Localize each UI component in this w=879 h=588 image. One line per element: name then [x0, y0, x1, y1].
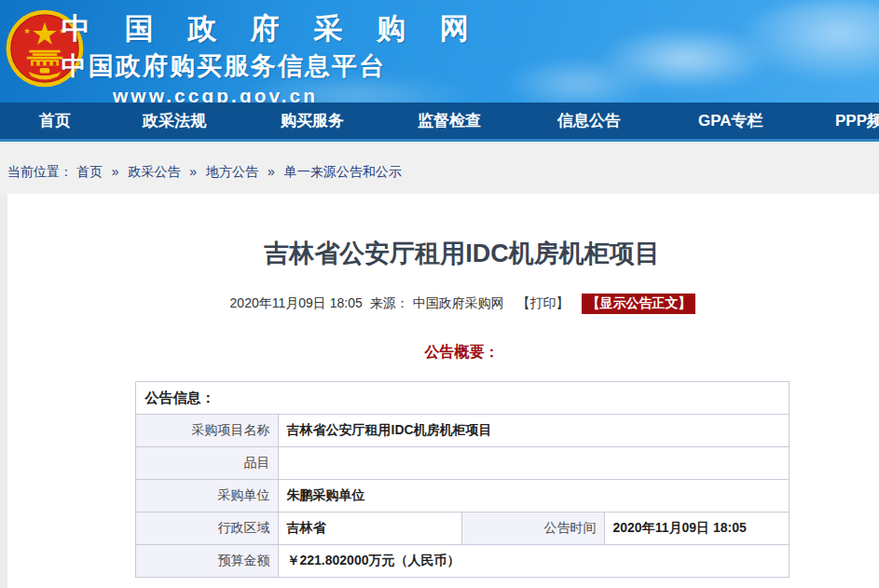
breadcrumb-separator: » — [189, 164, 197, 179]
nav-item-purchase-services[interactable]: 购买服务 — [281, 103, 344, 139]
row-label: 公告时间 — [461, 513, 604, 545]
breadcrumb-strip: 当前位置： 首页 » 政采公告 » 地方公告 » 单一来源公告和公示 — [0, 142, 879, 194]
table-row: 预算金额 ￥221.802000万元（人民币） — [135, 545, 789, 578]
publish-datetime: 2020年11月09日 18:05 — [230, 295, 363, 310]
site-url: www.ccgp.gov.cn — [62, 85, 369, 103]
print-button[interactable]: 【打印】 — [517, 295, 570, 310]
table-row: 行政区域 吉林省 公告时间 2020年11月09日 18:05 — [135, 513, 789, 545]
row-label: 品目 — [135, 447, 278, 480]
breadcrumb-separator: » — [112, 164, 119, 179]
site-subtitle: 中国政府购买服务信息平台 — [62, 49, 482, 83]
summary-heading: 公告概要： — [7, 343, 879, 362]
row-label: 预算金额 — [135, 545, 278, 578]
section-header-cell: 公告信息： — [135, 382, 789, 415]
row-label: 行政区域 — [135, 513, 278, 545]
nav-item-regulations[interactable]: 政采法规 — [143, 103, 206, 139]
row-value: 吉林省公安厅租用IDC机房机柜项目 — [278, 415, 789, 447]
row-value: 朱鹏采购单位 — [278, 480, 789, 513]
breadcrumb-link-home[interactable]: 首页 — [76, 164, 103, 179]
source-name: 中国政府采购网 — [413, 295, 504, 310]
site-title: 中 国 政 府 采 购 网 — [62, 9, 482, 48]
breadcrumb-link-single-source[interactable]: 单一来源公告和公示 — [284, 164, 402, 179]
row-value — [278, 447, 789, 480]
article-meta: 2020年11月09日 18:05 来源：中国政府采购网 【打印】 【显示公告正… — [7, 294, 879, 314]
nav-item-announcements[interactable]: 信息公告 — [557, 103, 621, 139]
row-value: ￥221.802000万元（人民币） — [278, 545, 789, 578]
breadcrumb-separator: » — [268, 164, 275, 179]
site-logo: 中 国 政 府 采 购 网 中国政府购买服务信息平台 www.ccgp.gov.… — [62, 9, 482, 103]
table-row: 采购单位 朱鹏采购单位 — [135, 480, 789, 513]
breadcrumb-link-procurement-notices[interactable]: 政采公告 — [128, 164, 180, 179]
nav-item-supervision[interactable]: 监督检查 — [418, 103, 481, 139]
content-panel: 吉林省公安厅租用IDC机房机柜项目 2020年11月09日 18:05 来源：中… — [7, 194, 879, 588]
site-header: 中 国 政 府 采 购 网 中国政府购买服务信息平台 www.ccgp.gov.… — [0, 0, 879, 103]
nav-item-gpa[interactable]: GPA专栏 — [698, 103, 763, 139]
page-title: 吉林省公安厅租用IDC机房机柜项目 — [7, 237, 879, 270]
announcement-info-table: 公告信息： 采购项目名称 吉林省公安厅租用IDC机房机柜项目 品目 采购单位 朱… — [135, 381, 790, 578]
table-row: 采购项目名称 吉林省公安厅租用IDC机房机柜项目 — [135, 415, 789, 447]
row-label: 采购单位 — [135, 480, 278, 513]
table-row: 品目 — [135, 447, 789, 480]
source-label: 来源： — [370, 295, 409, 310]
table-row-section-header: 公告信息： — [135, 382, 789, 415]
breadcrumb-link-local-notices[interactable]: 地方公告 — [206, 164, 258, 179]
breadcrumb: 当前位置： 首页 » 政采公告 » 地方公告 » 单一来源公告和公示 — [7, 164, 402, 181]
nav-item-ppp[interactable]: PPP频道 — [835, 103, 879, 139]
row-value: 2020年11月09日 18:05 — [604, 513, 789, 545]
row-label: 采购项目名称 — [135, 415, 278, 447]
show-announcement-body-button[interactable]: 【显示公告正文】 — [582, 294, 695, 314]
main-nav: 首页 政采法规 购买服务 监督检查 信息公告 GPA专栏 PPP频道 — [0, 103, 879, 142]
nav-item-home[interactable]: 首页 — [39, 103, 71, 139]
breadcrumb-location-label: 当前位置： — [7, 164, 73, 179]
row-value: 吉林省 — [278, 513, 461, 545]
